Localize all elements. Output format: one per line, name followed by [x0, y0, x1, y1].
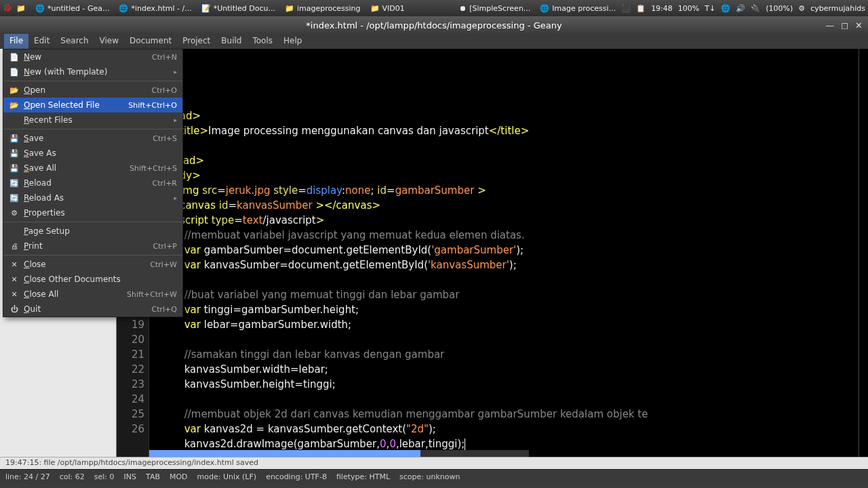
tray-icon[interactable]: T↓	[705, 4, 715, 13]
taskbar-item[interactable]: 🌐*untitled - Gea...	[31, 3, 113, 14]
menu-help[interactable]: Help	[278, 34, 307, 49]
menu-item-new[interactable]: 📄NewCtrl+N	[3, 49, 182, 64]
file-menu-dropdown: 📄NewCtrl+N📄New (with Template)▸📂OpenCtrl…	[3, 49, 183, 317]
clock[interactable]: 19:48	[651, 4, 673, 13]
username[interactable]: cybermujahids	[810, 4, 865, 13]
taskbar-item[interactable]: 🌐*index.html - /...	[115, 3, 195, 14]
menu-item-new-with-template-[interactable]: 📄New (with Template)▸	[3, 64, 182, 79]
menu-item-close-other-documents[interactable]: ✕Close Other Documents	[3, 272, 182, 287]
status-sel: sel: 0	[94, 472, 115, 481]
menu-item-recent-files[interactable]: Recent Files▸	[3, 113, 182, 127]
code-area[interactable]: ml> <head> <title>Image processing mengg…	[149, 49, 868, 457]
user-icon[interactable]: ⚙	[798, 4, 805, 13]
menu-item-open[interactable]: 📂OpenCtrl+O	[3, 83, 182, 98]
menu-build[interactable]: Build	[216, 34, 247, 49]
taskbar-item[interactable]: 📁	[12, 3, 30, 14]
taskbar-item[interactable]: 📝*Untitled Docu...	[197, 3, 279, 14]
menu-item-page-setup[interactable]: Page Setup	[3, 224, 182, 239]
status-col: col: 62	[60, 472, 85, 481]
status-bar: line: 24 / 27 col: 62 sel: 0 INS TAB MOD…	[0, 469, 868, 484]
tray-icon[interactable]: 📋	[636, 4, 646, 13]
menu-item-save[interactable]: 💾SaveCtrl+S	[3, 131, 182, 146]
menu-document[interactable]: Document	[124, 34, 177, 49]
menu-item-save-all[interactable]: 💾Save AllShift+Ctrl+S	[3, 161, 182, 176]
menu-item-quit[interactable]: ⏻QuitCtrl+Q	[3, 302, 182, 317]
close-button[interactable]: ✕	[855, 20, 863, 30]
status-mode: mode: Unix (LF)	[197, 472, 257, 481]
system-tray: ⬛ 📋 19:48 100% T↓ 🌐 🔊 🔌 (100%) ⚙ cybermu…	[621, 4, 865, 13]
window-titlebar: *index.html - /opt/lampp/htdocs/imagepro…	[0, 16, 868, 34]
menu-item-properties[interactable]: ⚙Properties	[3, 205, 182, 220]
tray-icon[interactable]: 🌐	[721, 4, 730, 13]
menu-item-close-all[interactable]: ✕Close AllShift+Ctrl+W	[3, 287, 182, 302]
menu-item-save-as[interactable]: 💾Save As	[3, 146, 182, 161]
status-tab: TAB	[146, 472, 160, 481]
app-menu-icon[interactable]: 🐞	[3, 3, 12, 13]
editor[interactable]: 1234567891011121314151617181920212223242…	[117, 49, 868, 457]
menu-item-reload-as[interactable]: 🔄Reload As▸	[3, 190, 182, 205]
tray-icon[interactable]: ⬛	[621, 4, 631, 13]
status-ins: INS	[124, 472, 136, 481]
status-filetype: filetype: HTML	[336, 472, 390, 481]
taskbar-item[interactable]: ⏺[SimpleScreen...	[455, 3, 534, 14]
status-mod: MOD	[170, 472, 188, 481]
menu-item-close[interactable]: ✕CloseCtrl+W	[3, 257, 182, 272]
window-title: *index.html - /opt/lampp/htdocs/imagepro…	[306, 20, 561, 30]
menu-item-print[interactable]: 🖨PrintCtrl+P	[3, 239, 182, 253]
battery[interactable]: 100%	[678, 4, 699, 13]
message-bar: 19:47:15: file /opt/lampp/htdocs/imagepr…	[0, 457, 868, 469]
menu-tools[interactable]: Tools	[247, 34, 278, 49]
taskbar-item[interactable]: 🌐Image processi...	[536, 3, 620, 14]
taskbar-item[interactable]: 📁imageprocessing	[281, 3, 365, 14]
taskbar-item[interactable]: 📁VID01	[366, 3, 409, 14]
h-scrollbar[interactable]	[149, 450, 529, 457]
status-line: line: 24 / 27	[5, 472, 50, 481]
minimize-button[interactable]: —	[825, 20, 834, 30]
status-scope: scope: unknown	[399, 472, 460, 481]
menubar: File Edit Search View Document Project B…	[0, 34, 868, 49]
menu-edit[interactable]: Edit	[28, 34, 55, 49]
maximize-button[interactable]: ◻	[841, 20, 848, 30]
menu-project[interactable]: Project	[177, 34, 216, 49]
menu-view[interactable]: View	[94, 34, 124, 49]
battery2: (100%)	[766, 4, 793, 13]
os-taskbar: 🐞 📁 🌐*untitled - Gea... 🌐*index.html - /…	[0, 0, 868, 16]
tray-icon[interactable]: 🔌	[751, 4, 760, 13]
print-margin	[859, 49, 859, 457]
menu-item-open-selected-file[interactable]: 📂Open Selected FileShift+Ctrl+O	[3, 98, 182, 113]
menu-file[interactable]: File	[4, 34, 28, 49]
menu-item-reload[interactable]: 🔄ReloadCtrl+R	[3, 176, 182, 190]
volume-icon[interactable]: 🔊	[736, 4, 745, 13]
status-encoding: encoding: UTF-8	[266, 472, 327, 481]
menu-search[interactable]: Search	[55, 34, 94, 49]
